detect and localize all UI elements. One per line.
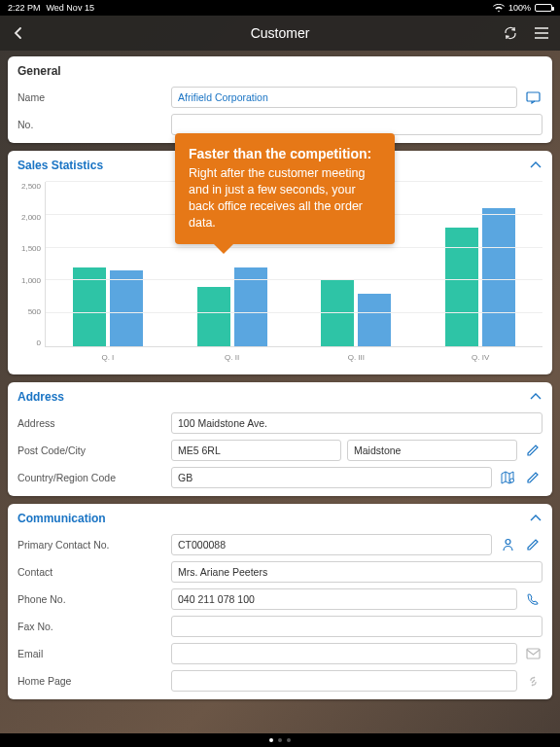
communication-card: Communication Primary Contact No. CT0000…	[8, 504, 552, 699]
bar	[445, 228, 478, 346]
person-icon[interactable]	[498, 535, 517, 554]
map-icon[interactable]	[498, 468, 517, 487]
y-tick: 500	[28, 307, 41, 316]
country-label: Country/Region Code	[18, 472, 163, 483]
homepage-field[interactable]	[171, 670, 517, 692]
nav-bar: Customer	[0, 16, 560, 51]
address-field[interactable]: 100 Maidstone Ave.	[171, 412, 542, 434]
page-indicator	[0, 733, 560, 747]
fax-label: Fax No.	[18, 621, 163, 632]
collapse-icon[interactable]	[529, 160, 542, 170]
contact-field[interactable]: Mrs. Ariane Peeters	[171, 561, 542, 583]
city-field[interactable]: Maidstone	[347, 440, 517, 461]
tooltip-body: Right after the customer meeting and in …	[189, 165, 381, 231]
bar	[110, 270, 143, 346]
page-dot	[269, 738, 273, 742]
collapse-icon[interactable]	[529, 514, 542, 523]
primary-field[interactable]: CT000088	[171, 534, 492, 555]
primary-label: Primary Contact No.	[18, 539, 163, 551]
y-tick: 1,500	[21, 244, 41, 253]
bar	[358, 294, 391, 346]
contact-label: Contact	[18, 566, 163, 578]
y-tick: 1,000	[21, 276, 41, 285]
bar	[482, 208, 515, 346]
bar-group	[418, 182, 542, 346]
bar	[321, 280, 354, 346]
name-field[interactable]: Afrifield Corporation	[171, 87, 517, 108]
link-icon[interactable]	[523, 671, 542, 691]
promo-tooltip: Faster than the competition: Right after…	[175, 133, 395, 244]
phone-icon[interactable]	[523, 589, 542, 609]
sync-icon[interactable]	[502, 24, 519, 42]
address-card: Address Address 100 Maidstone Ave. Post …	[8, 382, 552, 496]
svg-point-4	[509, 479, 513, 482]
sales-card: Faster than the competition: Right after…	[8, 151, 552, 374]
email-field[interactable]	[171, 643, 517, 664]
page-dot	[278, 738, 282, 742]
svg-rect-6	[527, 649, 540, 658]
x-tick: Q. I	[46, 353, 170, 362]
status-time: 2:22 PM	[8, 3, 41, 13]
bar-group	[46, 182, 170, 346]
battery-icon	[535, 4, 552, 12]
back-button[interactable]	[10, 24, 27, 42]
tooltip-title: Faster than the competition:	[189, 145, 381, 163]
name-label: Name	[18, 91, 163, 103]
content-scroll[interactable]: General Name Afrifield Corporation No. F…	[0, 51, 560, 733]
edit-icon[interactable]	[523, 535, 542, 554]
general-title: General	[18, 64, 61, 78]
country-field[interactable]: GB	[171, 467, 492, 488]
mail-icon[interactable]	[523, 644, 542, 663]
x-tick: Q. IV	[418, 353, 542, 362]
page-title: Customer	[251, 25, 310, 41]
edit-icon[interactable]	[523, 468, 542, 487]
status-bar: 2:22 PM Wed Nov 15 100%	[0, 0, 560, 16]
address-title: Address	[18, 390, 64, 404]
battery-percent: 100%	[508, 3, 531, 13]
homepage-label: Home Page	[18, 675, 163, 687]
general-card: General Name Afrifield Corporation No.	[8, 56, 552, 143]
svg-point-5	[506, 540, 510, 545]
sales-title: Sales Statistics	[18, 159, 103, 172]
status-date: Wed Nov 15	[47, 3, 94, 13]
wifi-icon	[493, 4, 505, 13]
name-value: Afrifield Corporation	[178, 91, 268, 103]
comm-title: Communication	[18, 512, 106, 525]
email-label: Email	[18, 648, 163, 659]
phone-field[interactable]: 040 211 078 100	[171, 588, 517, 610]
phone-label: Phone No.	[18, 593, 163, 605]
page-dot	[287, 738, 291, 742]
y-tick: 2,500	[21, 182, 41, 191]
no-field[interactable]	[171, 114, 542, 135]
address-label: Address	[18, 417, 163, 429]
edit-icon[interactable]	[523, 441, 542, 460]
y-tick: 2,000	[21, 213, 41, 222]
y-tick: 0	[37, 338, 41, 347]
x-tick: Q. III	[295, 353, 419, 362]
svg-rect-3	[527, 92, 540, 101]
no-label: No.	[18, 119, 163, 130]
postcity-label: Post Code/City	[18, 445, 163, 456]
menu-icon[interactable]	[533, 24, 550, 42]
note-icon[interactable]	[523, 88, 542, 107]
bar	[197, 287, 230, 346]
postcode-field[interactable]: ME5 6RL	[171, 440, 341, 461]
fax-field[interactable]	[171, 616, 542, 637]
x-tick: Q. II	[170, 353, 295, 362]
collapse-icon[interactable]	[529, 392, 542, 402]
